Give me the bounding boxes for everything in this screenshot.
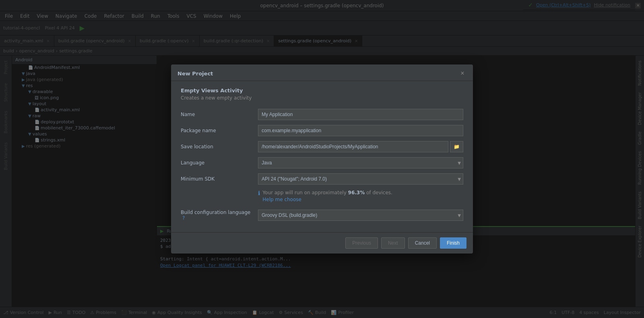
info-icon: ℹ	[258, 190, 260, 196]
modal-subtitle: Empty Views Activity	[181, 87, 463, 94]
location-input-group: 📁	[258, 141, 463, 152]
language-field-row: Language Java Kotlin ▼	[181, 157, 463, 168]
sdk-info-text: Your app will run on approximately 96.3%…	[262, 189, 392, 203]
language-select[interactable]: Java Kotlin	[258, 157, 463, 168]
package-field-row: Package name	[181, 125, 463, 136]
min-sdk-select[interactable]: API 24 ("Nougat"; Android 7.0) API 21 ("…	[258, 173, 463, 185]
sdk-info-row: ℹ Your app will run on approximately 96.…	[181, 189, 463, 203]
build-config-select[interactable]: Groovy DSL (build.gradle) Kotlin DSL (bu…	[258, 210, 463, 221]
info-suffix: of devices.	[365, 190, 392, 195]
package-input[interactable]	[258, 125, 463, 136]
name-field-row: Name	[181, 109, 463, 120]
help-me-choose-link[interactable]: Help me choose	[262, 197, 301, 202]
language-select-wrapper: Java Kotlin ▼	[258, 157, 463, 168]
location-field-row: Save location 📁	[181, 141, 463, 152]
modal-close-button[interactable]: ×	[458, 69, 466, 77]
package-label: Package name	[181, 128, 253, 133]
language-label: Language	[181, 160, 253, 166]
new-project-dialog: New Project × Empty Views Activity Creat…	[171, 64, 473, 254]
min-sdk-field-row: Minimum SDK API 24 ("Nougat"; Android 7.…	[181, 173, 463, 185]
modal-body: Empty Views Activity Creates a new empty…	[171, 81, 473, 232]
build-config-label: Build configuration language ?	[181, 210, 253, 221]
modal-title: New Project	[178, 71, 213, 77]
location-input[interactable]	[258, 141, 448, 152]
previous-button: Previous	[345, 237, 378, 249]
modal-footer: Previous Next Cancel Finish	[171, 232, 473, 254]
name-input[interactable]	[258, 109, 463, 120]
build-config-field-row: Build configuration language ? Groovy DS…	[181, 210, 463, 221]
modal-overlay: New Project × Empty Views Activity Creat…	[0, 0, 644, 318]
info-percent: 96.3%	[348, 190, 365, 195]
modal-description: Creates a new empty activity	[181, 95, 463, 101]
min-sdk-label: Minimum SDK	[181, 176, 253, 182]
build-config-help-icon[interactable]: ?	[182, 215, 185, 221]
name-label: Name	[181, 112, 253, 117]
next-button: Next	[381, 237, 405, 249]
location-label: Save location	[181, 144, 253, 150]
cancel-button[interactable]: Cancel	[408, 237, 437, 249]
build-config-label-text: Build configuration language	[181, 210, 250, 215]
info-prefix: Your app will run on approximately	[262, 190, 348, 195]
finish-button[interactable]: Finish	[440, 237, 466, 249]
build-config-select-wrapper: Groovy DSL (build.gradle) Kotlin DSL (bu…	[258, 210, 463, 221]
location-browse-button[interactable]: 📁	[450, 141, 463, 152]
min-sdk-select-wrapper: API 24 ("Nougat"; Android 7.0) API 21 ("…	[258, 173, 463, 185]
modal-header: New Project ×	[171, 64, 473, 81]
